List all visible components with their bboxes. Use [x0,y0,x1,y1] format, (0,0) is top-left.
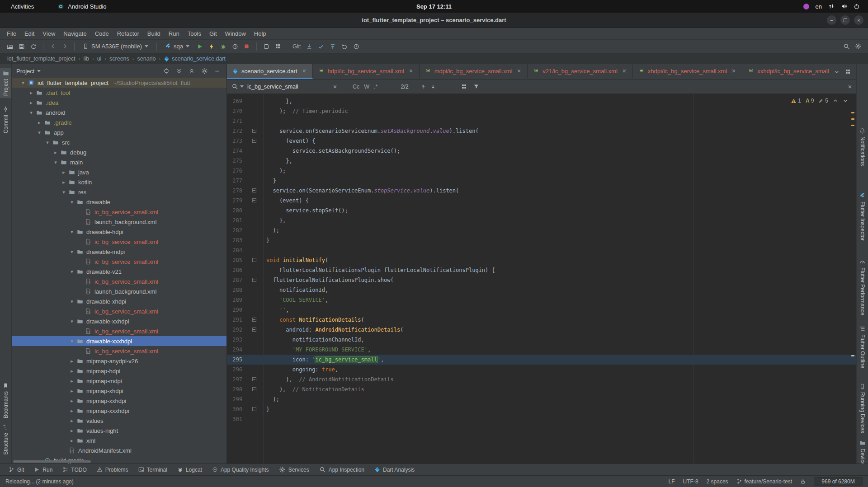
tree-item[interactable]: ▾drawable-hdpi [12,227,226,237]
save-all-button[interactable] [16,41,27,52]
tree-chevron-right-icon[interactable]: ▸ [68,418,76,424]
tree-item[interactable]: ic_bg_service_small.xml [12,326,226,336]
forward-button[interactable] [59,41,70,52]
tree-chevron-down-icon[interactable]: ▾ [68,338,76,344]
chevron-down-icon[interactable] [37,70,41,72]
tool-window-button-run[interactable]: Run [30,465,57,474]
sidebar-item-running-devices[interactable]: Running Devices [857,381,868,435]
git-history-button[interactable] [351,41,362,52]
tree-item[interactable]: ▾drawable-mdpi [12,247,226,257]
select-opened-file-button[interactable] [161,66,171,76]
tree-chevron-right-icon[interactable]: ▸ [35,120,43,126]
editor-tab[interactable]: xhdpi/ic_bg_service_small.xml [633,64,743,79]
editor-tab[interactable]: xxhdpi/ic_bg_service_small.xml [742,64,829,79]
editor-layout-button[interactable] [845,69,851,75]
tree-item[interactable]: ▸debug [12,147,226,157]
device-selector[interactable]: SM A536E (mobile) [79,42,152,51]
line-number[interactable]: 273 [227,136,242,146]
line-number[interactable]: 294 [227,345,242,355]
profiler-button[interactable] [230,41,241,52]
fold-marker[interactable] [252,318,256,322]
code-line[interactable]: 283} [227,235,856,245]
focused-app-indicator[interactable]: Android Studio [57,3,106,10]
tool-window-button-services[interactable]: Services [275,465,313,474]
tree-item[interactable]: ▾app [12,127,226,137]
hot-reload-button[interactable] [206,41,217,52]
line-number[interactable]: 276 [227,166,242,176]
tree-item[interactable]: ic_bg_service_small.xml [12,346,226,356]
settings-button[interactable] [853,41,863,52]
code-line[interactable]: 271 [227,116,856,126]
line-number[interactable]: 297 [227,375,242,384]
code-line[interactable]: 272 service.on(ScenarioServiceEnum.setAs… [227,126,856,136]
tree-chevron-down-icon[interactable]: ▾ [68,229,76,235]
line-number[interactable]: 282 [227,225,242,235]
tree-chevron-right-icon[interactable]: ▸ [27,90,35,96]
tree-item[interactable]: ▸mipmap-anydpi-v26 [12,356,226,366]
tab-close-icon[interactable] [731,68,736,74]
line-number[interactable]: 293 [227,335,242,345]
memory-indicator[interactable]: 969 of 6280M [814,477,863,486]
line-number[interactable]: 272 [227,126,242,136]
code-line[interactable]: 269 }, [227,96,856,106]
sidebar-item-structure[interactable]: Structure [0,422,11,457]
code-line[interactable]: 285void initialNotify( [227,255,856,265]
code-line[interactable]: 291 const NotificationDetails( [227,315,856,325]
code-line[interactable]: 282 ); [227,225,856,235]
tree-item[interactable]: ▸values-night [12,426,226,435]
menu-item-window[interactable]: Window [221,29,250,38]
breadcrumb-item-iot-flutter-template-project[interactable]: iot_flutter_template_project [6,56,76,62]
sidebar-item-flutter-inspector[interactable]: Flutter Inspector [857,191,868,243]
horizontal-scrollbar[interactable] [13,460,91,463]
line-number[interactable]: 289 [227,295,242,305]
line-number[interactable]: 300 [227,404,242,414]
line-number[interactable]: 283 [227,235,242,245]
tree-chevron-down-icon[interactable]: ▾ [19,80,27,86]
code-editor[interactable]: 269 },270 ); // Timer.periodic271272 ser… [227,94,856,464]
fold-marker[interactable] [252,377,256,381]
run-button[interactable] [194,41,205,52]
tree-item[interactable]: ic_bg_service_small.xml [12,306,226,316]
code-line[interactable]: 273 (event) { [227,136,856,146]
editor-tab[interactable]: hdpi/ic_bg_service_small.xml [313,64,420,79]
maximize-button[interactable] [840,15,850,25]
prev-problem-icon[interactable] [833,98,838,103]
fold-marker[interactable] [252,258,256,262]
code-line[interactable]: 281 }, [227,215,856,225]
code-line[interactable]: 294 'MY FOREGROUND SERVICE', [227,345,856,355]
tree-chevron-down-icon[interactable]: ▾ [43,140,52,145]
search-everywhere-button[interactable] [841,41,852,52]
code-line[interactable]: 278 service.on(ScenarioServiceEnum.stopS… [227,186,856,196]
editor-tab[interactable]: mdpi/ic_bg_service_small.xml [420,64,528,79]
tool-window-button-problems[interactable]: Problems [93,465,132,474]
menu-item-navigate[interactable]: Navigate [59,29,90,38]
read-only-lock-icon[interactable] [800,479,806,484]
indent-indicator[interactable]: 2 spaces [707,478,728,485]
menu-item-edit[interactable]: Edit [20,29,38,38]
line-number[interactable]: 270 [227,106,242,116]
search-input[interactable]: ic_bg_service_small [247,84,332,90]
menu-item-file[interactable]: File [3,29,20,38]
back-button[interactable] [47,41,58,52]
line-number[interactable]: 280 [227,206,242,215]
line-number[interactable]: 278 [227,186,242,196]
tree-chevron-right-icon[interactable]: ▸ [60,169,68,175]
clear-search-icon[interactable] [332,84,338,89]
tree-chevron-down-icon[interactable]: ▾ [68,269,76,275]
tree-item[interactable]: ▾drawable-xxhdpi [12,316,226,326]
device-manager-button[interactable] [273,41,283,52]
tree-chevron-right-icon[interactable]: ▸ [68,398,76,404]
tree-item[interactable]: ▾android [12,108,226,117]
tree-chevron-right-icon[interactable]: ▸ [52,150,60,155]
next-match-button[interactable] [430,84,436,89]
fold-marker[interactable] [252,139,256,143]
git-rollback-button[interactable] [339,41,350,52]
line-number[interactable]: 301 [227,414,242,424]
prev-match-button[interactable] [420,84,426,89]
tab-close-icon[interactable] [622,68,627,74]
code-line[interactable]: 287 flutterLocalNotificationsPlugin.show… [227,275,856,285]
breadcrumb-item-scenario-service-dart[interactable]: scenario_service.dart [163,56,226,62]
tree-chevron-right-icon[interactable]: ▸ [68,378,76,384]
tree-item[interactable]: ▸mipmap-hdpi [12,366,226,376]
sidebar-item-notifications[interactable]: Notifications [857,126,868,168]
